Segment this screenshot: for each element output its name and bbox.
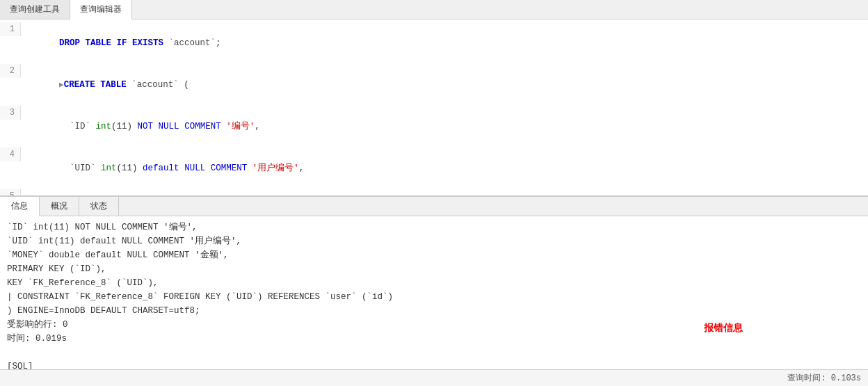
code-line-3: 3 `ID` int(11) NOT NULL COMMENT '编号', <box>0 106 868 147</box>
info-line-1: `ID` int(11) NOT NULL COMMENT '编号', <box>7 220 861 234</box>
bottom-panel: 信息 概况 状态 `ID` int(11) NOT NULL COMMENT '… <box>0 197 868 386</box>
tab-overview[interactable]: 概况 <box>40 197 79 216</box>
tab-query-creator[interactable]: 查询创建工具 <box>0 0 70 19</box>
code-line-2: 2 ▶CREATE TABLE `account` ( <box>0 64 868 106</box>
error-badge: 报错信息 <box>704 321 743 335</box>
code-line-4: 4 `UID` int(11) default NULL COMMENT '用户… <box>0 147 868 189</box>
tab-status[interactable]: 状态 <box>79 197 119 216</box>
code-line-5: 5 `MONEY` double default NULL COMMENT '金… <box>0 189 868 197</box>
bottom-tab-bar: 信息 概况 状态 <box>0 197 868 216</box>
query-time-label: 查询时间: 0.103s <box>787 372 861 384</box>
info-line-7: ) ENGINE=InnoDB DEFAULT CHARSET=utf8; <box>7 304 861 318</box>
code-line-1: 1 DROP TABLE IF EXISTS `account`; <box>0 22 868 64</box>
tab-query-editor[interactable]: 查询编辑器 <box>70 0 132 19</box>
status-bar: 查询时间: 0.103s <box>0 369 868 386</box>
info-line-2: `UID` int(11) default NULL COMMENT '用户编号… <box>7 234 861 248</box>
info-line-5: KEY `FK_Reference_8` (`UID`), <box>7 276 861 290</box>
tab-info[interactable]: 信息 <box>0 197 40 216</box>
top-tab-bar: 查询创建工具 查询编辑器 <box>0 0 868 19</box>
info-line-4: PRIMARY KEY (`ID`), <box>7 262 861 276</box>
sql-editor[interactable]: 1 DROP TABLE IF EXISTS `account`; 2 ▶CRE… <box>0 19 868 197</box>
info-line-6: | CONSTRAINT `FK_Reference_8` FOREIGN KE… <box>7 290 861 304</box>
bottom-content-area: `ID` int(11) NOT NULL COMMENT '编号', `UID… <box>0 216 868 369</box>
info-blank <box>7 346 861 360</box>
info-sql-label: [SQL] <box>7 360 861 369</box>
info-line-3: `MONEY` double default NULL COMMENT '金额'… <box>7 248 861 262</box>
